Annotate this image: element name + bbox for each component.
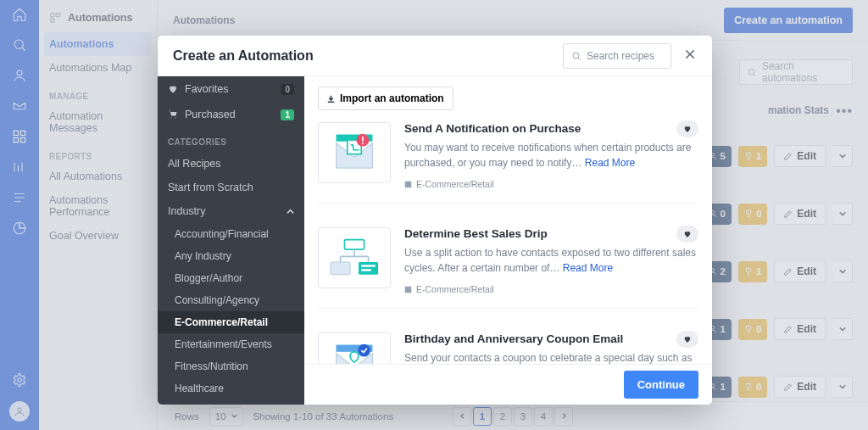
svg-rect-32 [361,269,371,271]
recipe-description: Use a split action to have contacts expo… [404,245,698,276]
industry-item[interactable]: Any Industry [158,245,304,267]
svg-point-35 [358,344,370,357]
categories-heading: CATEGORIES [158,127,304,152]
recipe-tag: E-Commerce/Retail [404,284,698,294]
read-more-link[interactable]: Read More [563,262,613,274]
favorites-label: Favorites [185,83,228,95]
import-label: Import an automation [340,92,444,104]
modal-title: Create an Automation [173,48,314,64]
modal-sidebar: Favorites 0 Purchased 1 CATEGORIES All R… [158,76,304,405]
svg-point-17 [573,53,579,59]
industry-item[interactable]: Blogger/Author [158,267,304,289]
search-recipes-input[interactable]: Search recipes [563,43,671,69]
recipe-description: You may want to receive notifications wh… [404,140,698,170]
import-automation-button[interactable]: Import an automation [318,87,453,110]
svg-rect-29 [331,262,350,275]
chevron-up-icon [287,208,294,215]
favorites-badge: 0 [281,84,294,95]
search-icon [571,51,581,61]
svg-point-22 [362,142,364,144]
continue-button[interactable]: Continue [624,371,698,399]
sidebar-industry[interactable]: Industry [158,199,304,223]
favorite-button[interactable] [676,331,698,348]
recipe-title: Birthday and Anniversary Coupon Email [404,332,698,345]
svg-rect-24 [344,240,364,250]
heart-icon [683,125,692,133]
close-button[interactable] [683,47,697,64]
recipe-thumbnail [318,122,391,183]
close-icon [683,47,697,61]
sidebar-all-recipes[interactable]: All Recipes [158,152,304,176]
purchased-label: Purchased [185,109,236,120]
heart-icon [683,335,692,343]
sidebar-favorites[interactable]: Favorites 0 [158,76,304,102]
industry-item[interactable]: Entertainment/Events [158,333,304,355]
svg-rect-30 [359,262,378,275]
read-more-link[interactable]: Read More [585,157,635,169]
favorite-button[interactable] [676,120,698,137]
industry-item[interactable]: Media/Publishing [158,399,304,405]
recipe-title: Determine Best Sales Drip [404,227,698,240]
recipe-card[interactable]: Send A Notification on Purchase You may … [318,114,698,204]
modal-header: Create an Automation Search recipes [158,36,712,76]
recipe-description: Send your contacts a coupon to celebrate… [404,350,698,364]
heart-icon [168,84,178,94]
sidebar-start-from-scratch[interactable]: Start from Scratch [158,176,304,199]
purchased-badge: 1 [281,109,294,120]
industry-item[interactable]: Fitness/Nutrition [158,355,304,377]
recipe-thumbnail [318,332,391,364]
recipe-thumbnail [318,227,391,288]
industry-item[interactable]: E-Commerce/Retail [158,311,304,333]
svg-rect-23 [405,181,412,187]
industry-item[interactable]: Accounting/Financial [158,223,304,245]
cart-icon [168,109,178,120]
modal-footer: Continue [304,364,712,405]
recipe-card[interactable]: Determine Best Sales Drip Use a split ac… [318,219,698,309]
modal-content: Import an automation Send A Notification… [304,76,712,405]
sidebar-purchased[interactable]: Purchased 1 [158,102,304,127]
industry-item[interactable]: Healthcare [158,377,304,399]
heart-icon [683,230,692,238]
recipe-card[interactable]: Birthday and Anniversary Coupon Email Se… [318,324,698,364]
svg-rect-21 [362,137,364,142]
create-automation-modal: Create an Automation Search recipes Favo… [158,36,712,405]
recipe-title: Send A Notification on Purchase [404,122,698,135]
svg-rect-33 [405,286,412,293]
svg-rect-31 [361,265,376,266]
recipe-tag: E-Commerce/Retail [404,179,698,189]
download-icon [327,95,335,103]
industry-item[interactable]: Consulting/Agency [158,289,304,311]
search-recipes-placeholder: Search recipes [587,50,654,62]
favorite-button[interactable] [676,226,698,243]
